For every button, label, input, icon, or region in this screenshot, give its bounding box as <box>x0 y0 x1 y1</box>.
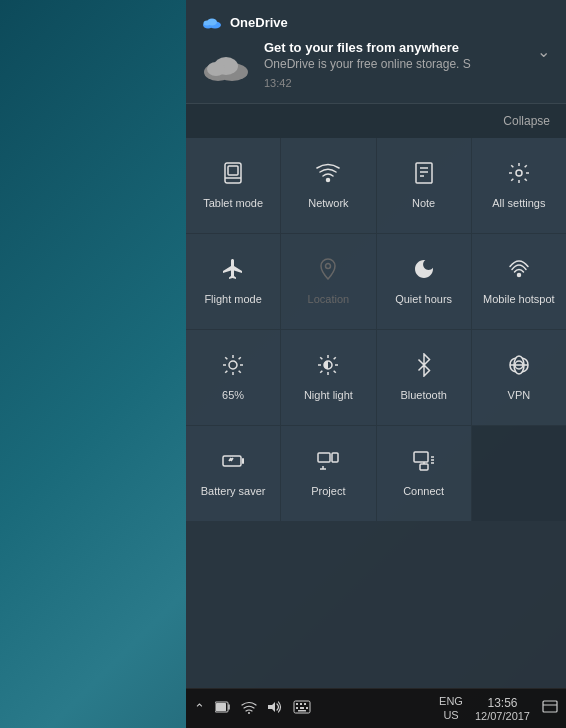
tile-vpn-label: VPN <box>508 389 531 402</box>
tile-bluetooth-label: Bluetooth <box>400 389 446 402</box>
svg-point-16 <box>516 170 522 176</box>
notification-title: Get to your files from anywhere <box>264 40 529 55</box>
tile-quiet-hours-label: Quiet hours <box>395 293 452 306</box>
keyboard-taskbar-icon <box>293 700 311 717</box>
svg-marker-57 <box>268 702 275 712</box>
svg-rect-40 <box>223 456 241 466</box>
tile-tablet-mode[interactable]: Tablet mode <box>186 138 280 233</box>
region-code: US <box>443 709 458 722</box>
notification-time: 13:42 <box>264 77 529 89</box>
svg-line-27 <box>239 357 241 359</box>
battery-saver-icon <box>221 449 245 477</box>
svg-rect-48 <box>414 452 428 462</box>
tile-all-settings[interactable]: All settings <box>472 138 566 233</box>
tile-brightness-label: 65% <box>222 389 244 402</box>
brightness-icon <box>221 353 245 381</box>
svg-rect-45 <box>332 453 338 462</box>
clock-area[interactable]: 13:56 12/07/2017 <box>475 696 530 722</box>
tile-flight-mode-label: Flight mode <box>204 293 261 306</box>
chevron-up-icon[interactable]: ⌃ <box>194 701 205 716</box>
tile-note[interactable]: Note <box>377 138 471 233</box>
collapse-row: Collapse <box>186 104 566 138</box>
collapse-button[interactable]: Collapse <box>503 110 550 132</box>
settings-icon <box>507 161 531 189</box>
volume-taskbar-icon <box>267 700 283 717</box>
notification-card: OneDrive Get to your files from anywhere… <box>186 0 566 104</box>
svg-rect-65 <box>298 710 306 712</box>
language-region: ENG US <box>439 695 463 721</box>
tile-project[interactable]: Project <box>281 426 375 521</box>
night-light-icon <box>316 353 340 381</box>
svg-rect-61 <box>304 703 306 705</box>
svg-point-18 <box>517 273 520 276</box>
tile-flight-mode[interactable]: Flight mode <box>186 234 280 329</box>
tile-network[interactable]: Network <box>281 138 375 233</box>
bluetooth-icon <box>412 353 436 381</box>
notification-expand-chevron[interactable]: ⌄ <box>537 42 550 61</box>
mobile-hotspot-icon <box>507 257 531 285</box>
tile-bluetooth[interactable]: Bluetooth <box>377 330 471 425</box>
onedrive-icon <box>202 12 222 32</box>
note-icon <box>412 161 436 189</box>
svg-point-17 <box>326 263 331 268</box>
svg-point-7 <box>207 62 225 76</box>
tile-all-settings-label: All settings <box>492 197 545 210</box>
tile-project-label: Project <box>311 485 345 498</box>
vpn-icon <box>507 353 531 381</box>
connect-icon <box>412 449 436 477</box>
tile-brightness[interactable]: 65% <box>186 330 280 425</box>
tile-connect[interactable]: Connect <box>377 426 471 521</box>
tile-location-label: Location <box>308 293 350 306</box>
svg-line-22 <box>225 357 227 359</box>
svg-line-33 <box>321 357 323 359</box>
svg-rect-12 <box>416 163 432 183</box>
tile-note-label: Note <box>412 197 435 210</box>
tile-mobile-hotspot-label: Mobile hotspot <box>483 293 555 306</box>
tile-empty <box>472 426 566 521</box>
tile-quiet-hours[interactable]: Quiet hours <box>377 234 471 329</box>
tile-battery-saver[interactable]: Battery saver <box>186 426 280 521</box>
quiet-hours-icon <box>412 257 436 285</box>
svg-rect-10 <box>228 166 238 175</box>
notification-app-name: OneDrive <box>230 15 288 30</box>
project-icon <box>316 449 340 477</box>
tile-network-label: Network <box>308 197 348 210</box>
svg-rect-64 <box>306 707 308 709</box>
tile-connect-label: Connect <box>403 485 444 498</box>
clock-date: 12/07/2017 <box>475 710 530 722</box>
tile-battery-saver-label: Battery saver <box>201 485 266 498</box>
svg-point-3 <box>204 21 211 26</box>
tablet-mode-icon <box>221 161 245 189</box>
svg-rect-59 <box>296 703 298 705</box>
cloud-icon <box>202 40 250 88</box>
tile-location[interactable]: Location <box>281 234 375 329</box>
action-center-panel: OneDrive Get to your files from anywhere… <box>186 0 566 728</box>
wifi-taskbar-icon <box>241 700 257 717</box>
svg-rect-62 <box>296 707 298 709</box>
svg-line-26 <box>225 370 227 372</box>
language-code: ENG <box>439 695 463 708</box>
tile-night-light[interactable]: Night light <box>281 330 375 425</box>
notification-text-area: Get to your files from anywhere OneDrive… <box>264 40 529 89</box>
tile-mobile-hotspot[interactable]: Mobile hotspot <box>472 234 566 329</box>
taskbar-left-area: ⌃ <box>194 700 439 717</box>
svg-rect-55 <box>216 703 226 711</box>
battery-icon <box>215 701 231 716</box>
svg-point-56 <box>248 712 250 714</box>
svg-rect-66 <box>543 701 557 712</box>
svg-rect-44 <box>318 453 330 462</box>
svg-rect-63 <box>300 707 304 709</box>
notification-center-icon[interactable] <box>542 699 558 718</box>
quick-actions-grid: Tablet mode Network <box>186 138 566 688</box>
svg-rect-60 <box>300 703 302 705</box>
tile-night-light-label: Night light <box>304 389 353 402</box>
network-icon <box>316 161 340 189</box>
tile-vpn[interactable]: VPN <box>472 330 566 425</box>
clock-time: 13:56 <box>487 696 517 710</box>
svg-line-35 <box>321 370 323 372</box>
taskbar-right-area: ENG US 13:56 12/07/2017 <box>439 695 558 721</box>
svg-point-11 <box>327 178 330 181</box>
taskbar: ⌃ <box>186 688 566 728</box>
svg-point-19 <box>229 361 237 369</box>
tile-tablet-mode-label: Tablet mode <box>203 197 263 210</box>
